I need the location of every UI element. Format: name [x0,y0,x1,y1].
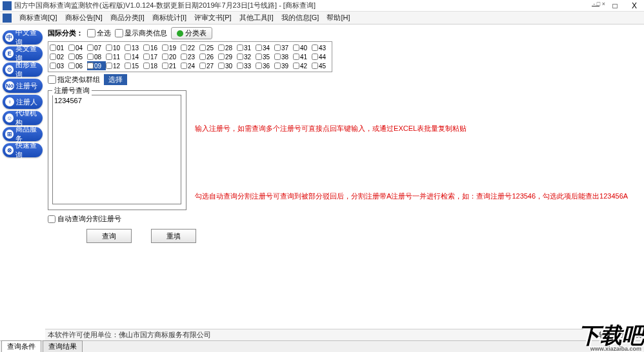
sidebar-label: 图形查询 [15,60,43,79]
class-06[interactable]: 06 [68,61,87,70]
class-36[interactable]: 36 [256,61,274,70]
sidebar-registrant[interactable]: ♀注册人 [3,95,43,109]
regno-textarea[interactable]: 1234567 [52,95,181,204]
fast-icon: ⊗ [5,146,14,155]
grid-icon: ⊞ [5,130,14,139]
class-40[interactable]: 40 [293,43,312,52]
class-15[interactable]: 15 [125,61,143,70]
fieldset-legend: 注册号查询 [52,86,92,95]
class-02[interactable]: 02 [50,52,68,61]
show-class-info-checkbox[interactable]: 显示商类信息 [115,28,167,38]
class-16[interactable]: 16 [143,43,162,52]
class-07[interactable]: 07 [87,43,106,52]
chinese-icon: 中 [5,33,14,42]
class-18[interactable]: 18 [143,61,162,70]
menu-review[interactable]: 评审文书[P] [190,13,235,23]
reset-button[interactable]: 重填 [151,229,196,243]
menu-tools[interactable]: 其他工具[I] [236,13,277,23]
mdi-child-controls[interactable]: - □ × [593,1,605,7]
class-10[interactable]: 10 [106,43,125,52]
sidebar-image-query[interactable]: ⊙图形查询 [3,63,43,77]
hotline-text: 软件服务热线 [599,330,641,340]
class-41[interactable]: 41 [293,52,312,61]
class-24[interactable]: 24 [181,61,199,70]
menu-goods[interactable]: 商品分类[I] [106,13,148,23]
class-26[interactable]: 26 [199,52,218,61]
class-23[interactable]: 23 [181,52,199,61]
maximize-button[interactable]: □ [608,1,622,10]
class-37[interactable]: 37 [274,43,293,52]
number-icon: No [5,81,14,90]
query-button[interactable]: 查询 [86,229,132,243]
class-14[interactable]: 14 [125,52,143,61]
sidebar-chinese-query[interactable]: 中中文查询 [3,30,43,44]
regno-fieldset: 注册号查询 1234567 [48,90,186,210]
specify-group-checkbox[interactable]: 指定类似群组 [48,75,100,84]
sidebar-label: 快速查询 [15,141,43,160]
menu-myinfo[interactable]: 我的信息[G] [277,13,323,23]
sidebar-label: 注册人 [16,97,37,107]
sidebar-agency[interactable]: ☺代理机构 [3,111,43,125]
sidebar: 中中文查询 E英文查询 ⊙图形查询 No注册号 ♀注册人 ☺代理机构 ⊞商品服务… [0,24,45,340]
sidebar-english-query[interactable]: E英文查询 [3,46,43,61]
tab-conditions[interactable]: 查询条件 [1,340,41,352]
class-12[interactable]: 12 [106,61,125,70]
class-44[interactable]: 44 [312,52,330,61]
auto-split-label: 自动查询分割注册号 [57,214,121,224]
class-grid: 0104071013161922252831343740430205081114… [48,41,332,72]
class-45[interactable]: 45 [312,61,330,70]
class-42[interactable]: 42 [293,61,312,70]
class-20[interactable]: 20 [162,52,181,61]
class-32[interactable]: 32 [237,52,256,61]
close-button[interactable]: X [627,1,641,10]
class-43[interactable]: 43 [312,43,330,52]
green-dot-icon [177,30,183,37]
select-all-checkbox[interactable]: 全选 [87,28,111,38]
sidebar-goods[interactable]: ⊞商品服务 [3,127,43,141]
class-28[interactable]: 28 [218,43,237,52]
class-35[interactable]: 35 [256,52,274,61]
class-39[interactable]: 39 [274,61,293,70]
menu-stats[interactable]: 商标统计[I] [148,13,190,23]
menu-icon [3,14,12,23]
sidebar-fast[interactable]: ⊗快速查询 [3,143,43,157]
hint-auto-split: 勾选自动查询分割注册号可查询到被部分驳回后，分割注册带A注册号一并进行检索，如：… [195,191,634,201]
select-group-button[interactable]: 选择 [104,74,127,85]
class-21[interactable]: 21 [162,61,181,70]
class-27[interactable]: 27 [199,61,218,70]
tab-results[interactable]: 查询结果 [43,340,83,352]
hint-input: 输入注册号，如需查询多个注册号可直接点回车键输入，或通过EXCEL表批量复制粘贴 [195,124,634,133]
english-icon: E [5,49,14,58]
class-31[interactable]: 31 [237,43,256,52]
class-01[interactable]: 01 [50,43,68,52]
menu-help[interactable]: 帮助[H] [323,13,354,23]
class-29[interactable]: 29 [218,52,237,61]
intl-class-label: 国际分类： [48,28,83,38]
window-title: 国方中国商标查询监测软件(远程版)V1.0.124-数据更新日期2019年7月2… [14,1,589,10]
sidebar-regno[interactable]: No注册号 [3,79,43,93]
class-03[interactable]: 03 [50,61,68,70]
class-17[interactable]: 17 [143,52,162,61]
class-11[interactable]: 11 [106,52,125,61]
sidebar-label: 注册号 [16,81,37,91]
class-19[interactable]: 19 [162,43,181,52]
image-icon: ⊙ [5,65,14,74]
auto-split-checkbox[interactable] [48,215,55,223]
class-38[interactable]: 38 [274,52,293,61]
class-30[interactable]: 30 [218,61,237,70]
class-13[interactable]: 13 [125,43,143,52]
class-22[interactable]: 22 [181,43,199,52]
class-09[interactable]: 09 [87,61,106,70]
class-04[interactable]: 04 [68,43,87,52]
license-text: 本软件许可使用单位：佛山市国方商标服务有限公司 [48,330,211,340]
class-33[interactable]: 33 [237,61,256,70]
class-05[interactable]: 05 [68,52,87,61]
class-25[interactable]: 25 [199,43,218,52]
app-icon [3,1,12,10]
menu-notice[interactable]: 商标公告[N] [61,13,106,23]
class-34[interactable]: 34 [256,43,274,52]
class-table-button[interactable]: 分类表 [171,27,212,39]
menu-query[interactable]: 商标查询[Q] [15,13,61,23]
group-icon: ☺ [5,113,14,122]
class-08[interactable]: 08 [87,52,106,61]
